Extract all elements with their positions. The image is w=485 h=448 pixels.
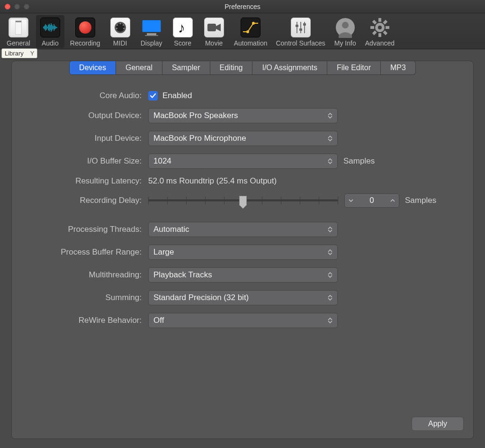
gear-icon — [368, 16, 391, 39]
subtab-editing[interactable]: Editing — [210, 61, 253, 75]
multithreading-label: Multithreading: — [31, 270, 148, 280]
audio-waveform-icon — [39, 16, 62, 39]
io-buffer-select[interactable]: 1024 — [148, 154, 338, 169]
core-audio-checkbox[interactable] — [148, 91, 158, 101]
latency-label: Resulting Latency: — [31, 176, 148, 186]
toolbar-item-display[interactable]: Display — [137, 15, 166, 48]
general-switch-icon — [7, 16, 30, 39]
automation-curve-icon — [239, 16, 262, 39]
summing-select[interactable]: Standard Precision (32 bit) — [148, 290, 338, 305]
window-title: Preferences — [0, 3, 485, 10]
toolbar-item-midi[interactable]: MIDI — [106, 15, 135, 48]
subtab-sampler[interactable]: Sampler — [162, 61, 210, 75]
svg-text:♪: ♪ — [178, 20, 185, 36]
summing-label: Summing: — [31, 293, 148, 302]
processing-threads-value: Automatic — [153, 225, 189, 234]
svg-rect-36 — [303, 23, 306, 26]
display-monitor-icon — [140, 16, 163, 39]
chevron-down-icon — [349, 199, 353, 202]
core-audio-enabled-label: Enabled — [162, 91, 192, 101]
svg-point-48 — [378, 26, 382, 29]
svg-rect-35 — [299, 28, 302, 31]
updown-caret-icon — [328, 113, 332, 119]
io-buffer-unit: Samples — [343, 156, 375, 166]
audio-preferences-panel: Devices General Sampler Editing I/O Assi… — [11, 61, 474, 439]
latency-value: 52.0 ms Roundtrip (25.4 ms Output) — [148, 176, 277, 186]
svg-point-22 — [123, 28, 125, 29]
svg-point-17 — [116, 23, 125, 32]
toolbar-item-my-info[interactable]: My Info — [331, 15, 359, 48]
chevron-up-icon — [390, 199, 395, 202]
audio-subtabs: Devices General Sampler Editing I/O Assi… — [12, 61, 473, 75]
multithreading-select[interactable]: Playback Tracks — [148, 267, 338, 283]
midi-connector-icon — [109, 16, 132, 39]
recording-delay-stepper[interactable]: 0 — [344, 193, 399, 208]
io-buffer-value: 1024 — [153, 156, 171, 166]
svg-rect-47 — [383, 30, 387, 35]
process-buffer-label: Process Buffer Range: — [31, 247, 148, 257]
toolbar-item-advanced[interactable]: Advanced — [362, 15, 397, 48]
toolbar-item-score[interactable]: ♪ Score — [169, 15, 197, 48]
slider-thumb[interactable] — [239, 196, 247, 205]
toolbar-item-audio[interactable]: Audio — [36, 15, 64, 48]
updown-caret-icon — [328, 295, 332, 301]
subtab-mp3[interactable]: MP3 — [381, 61, 416, 75]
svg-rect-27 — [207, 24, 216, 31]
svg-point-38 — [342, 22, 349, 28]
output-device-select[interactable]: MacBook Pro Speakers — [148, 108, 338, 123]
subtab-general[interactable]: General — [116, 61, 162, 75]
recording-delay-value: 0 — [369, 196, 374, 205]
updown-caret-icon — [328, 136, 332, 141]
summing-value: Standard Precision (32 bit) — [153, 293, 249, 302]
score-note-icon: ♪ — [171, 16, 194, 39]
processing-threads-select[interactable]: Automatic — [148, 222, 338, 237]
svg-rect-44 — [383, 20, 387, 25]
toolbar-label: Control Surfaces — [276, 39, 325, 47]
output-device-value: MacBook Pro Speakers — [153, 111, 238, 120]
rewire-label: ReWire Behavior: — [31, 316, 148, 325]
control-surfaces-faders-icon — [289, 16, 312, 39]
process-buffer-select[interactable]: Large — [148, 245, 338, 260]
processing-threads-label: Processing Threads: — [31, 225, 148, 234]
recording-delay-slider[interactable] — [148, 195, 338, 206]
tooltip-shortcut: Y — [30, 50, 35, 57]
toolbar-item-movie[interactable]: Movie — [200, 15, 228, 48]
multithreading-value: Playback Tracks — [153, 270, 212, 280]
svg-rect-45 — [372, 30, 377, 35]
svg-rect-41 — [378, 33, 381, 37]
rewire-select[interactable]: Off — [148, 313, 338, 328]
preferences-toolbar: General Audio Recording — [0, 13, 485, 49]
toolbar-item-control-surfaces[interactable]: Control Surfaces — [273, 15, 328, 48]
svg-rect-23 — [142, 20, 161, 32]
subtab-devices[interactable]: Devices — [69, 61, 116, 75]
io-buffer-label: I/O Buffer Size: — [31, 156, 148, 166]
toolbar-item-automation[interactable]: Automation — [231, 15, 270, 48]
svg-rect-46 — [372, 20, 377, 25]
updown-caret-icon — [328, 272, 332, 278]
check-icon — [150, 92, 156, 99]
updown-caret-icon — [328, 158, 332, 164]
apply-button[interactable]: Apply — [412, 417, 464, 431]
svg-point-20 — [123, 25, 124, 26]
subtab-file-editor[interactable]: File Editor — [327, 61, 381, 75]
toolbar-item-general[interactable]: General — [4, 15, 33, 48]
toolbar-label: Recording — [70, 39, 100, 47]
updown-caret-icon — [328, 318, 332, 323]
person-silhouette-icon — [334, 16, 357, 39]
svg-marker-28 — [216, 24, 221, 31]
toolbar-item-recording[interactable]: Recording — [67, 15, 103, 48]
library-tooltip: Library Y — [1, 48, 37, 58]
record-circle-icon — [74, 16, 97, 39]
input-device-select[interactable]: MacBook Pro Microphone — [148, 131, 338, 146]
svg-point-29 — [246, 30, 249, 33]
subtab-io-assignments[interactable]: I/O Assignments — [252, 61, 327, 75]
svg-rect-43 — [386, 26, 389, 29]
svg-rect-42 — [370, 26, 374, 29]
svg-point-19 — [117, 25, 118, 26]
input-device-label: Input Device: — [31, 134, 148, 143]
svg-rect-25 — [145, 35, 158, 36]
toolbar-label: Automation — [234, 39, 268, 47]
recording-delay-unit: Samples — [405, 196, 436, 205]
tooltip-label: Library — [5, 50, 24, 57]
titlebar: Preferences — [0, 0, 485, 13]
